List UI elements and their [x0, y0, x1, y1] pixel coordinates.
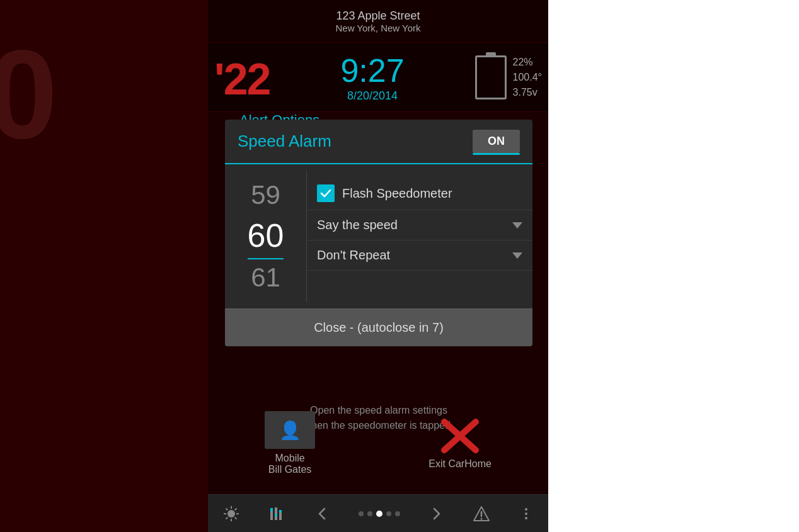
battery-percent: 22%: [513, 55, 542, 70]
time-display: 9:27 8/20/2014: [340, 52, 404, 103]
speed-display: '22: [214, 52, 270, 103]
battery-icon: [475, 55, 507, 99]
warning-icon[interactable]: [473, 505, 490, 523]
contact-name: MobileBill Gates: [268, 453, 311, 475]
contact-photo: 👤: [265, 411, 315, 449]
speed-value: 22: [224, 55, 270, 104]
battery-section: 22% 100.4° 3.75v: [475, 55, 542, 100]
dont-repeat-row[interactable]: Don't Repeat: [307, 241, 532, 271]
nav-dot-4: [386, 511, 391, 516]
battery-stats: 22% 100.4° 3.75v: [513, 55, 542, 100]
exit-label: Exit CarHome: [428, 458, 491, 470]
close-button[interactable]: Close - (autoclose in 7): [225, 308, 532, 346]
speed-tens: ': [214, 55, 224, 104]
svg-rect-14: [275, 514, 277, 516]
time-date: 8/20/2014: [347, 89, 398, 103]
say-the-speed-label: Say the speed: [317, 218, 506, 232]
speed-scroll-area: 59 60 61 Flash Speedometer Say the speed: [225, 164, 532, 308]
nav-dot-1: [359, 511, 364, 516]
svg-line-9: [234, 508, 236, 510]
nav-dot-5: [395, 511, 400, 516]
address-bar: 123 Apple Street New York, New York: [208, 0, 548, 43]
say-the-speed-arrow-icon: [512, 222, 522, 229]
svg-rect-16: [279, 510, 282, 512]
svg-rect-11: [270, 510, 273, 520]
svg-rect-17: [270, 508, 273, 509]
time-big: 9:27: [340, 52, 404, 89]
exit-item[interactable]: Exit CarHome: [428, 417, 491, 470]
battery-temp: 100.4°: [513, 70, 542, 85]
more-options-icon[interactable]: [519, 506, 534, 521]
svg-line-8: [234, 517, 236, 519]
contact-item[interactable]: 👤 MobileBill Gates: [265, 411, 315, 475]
bg-number: 0: [0, 31, 57, 157]
speed-below: 61: [251, 259, 280, 296]
dialog-header: Speed Alarm ON: [225, 120, 532, 164]
bottom-icons: 👤 MobileBill Gates Exit CarHome: [208, 411, 548, 475]
battery-voltage: 3.75v: [513, 85, 542, 100]
nav-dot-2: [367, 511, 372, 516]
brightness-icon[interactable]: [222, 505, 240, 523]
speed-numbers-column: 59 60 61: [225, 171, 307, 302]
svg-point-21: [525, 508, 527, 511]
speed-alarm-dialog: Speed Alarm ON 59 60 61 Flash Speedomete…: [225, 120, 532, 346]
options-panel: Flash Speedometer Say the speed Don't Re…: [307, 171, 532, 302]
address-street: 123 Apple Street: [336, 9, 420, 23]
right-panel: [548, 0, 799, 532]
svg-line-7: [226, 508, 227, 510]
dont-repeat-arrow-icon: [512, 252, 522, 259]
say-the-speed-row[interactable]: Say the speed: [307, 210, 532, 241]
svg-point-20: [480, 518, 482, 519]
svg-point-2: [227, 510, 235, 518]
flash-speedometer-label: Flash Speedometer: [342, 186, 452, 201]
forward-arrow-icon[interactable]: [428, 506, 444, 521]
dont-repeat-label: Don't Repeat: [317, 248, 506, 263]
toggle-on-button[interactable]: ON: [473, 130, 520, 153]
left-panel: 0: [0, 0, 208, 532]
back-arrow-icon[interactable]: [315, 506, 330, 521]
nav-dot-3: [376, 511, 382, 517]
exit-x-icon: [435, 417, 485, 455]
nav-bar: [208, 494, 548, 532]
flash-speedometer-checkbox[interactable]: [317, 184, 335, 202]
equalizer-icon[interactable]: [268, 505, 286, 523]
status-bar: '22 9:27 8/20/2014 22% 100.4° 3.75v: [208, 43, 548, 112]
flash-speedometer-row[interactable]: Flash Speedometer: [307, 177, 532, 210]
address-city: New York, New York: [335, 23, 420, 33]
dialog-title: Speed Alarm: [238, 132, 331, 151]
speed-active: 60: [248, 213, 284, 259]
svg-line-10: [226, 517, 227, 519]
speed-above: 59: [251, 177, 280, 213]
svg-rect-15: [279, 511, 282, 520]
svg-point-23: [525, 517, 527, 519]
svg-point-22: [525, 512, 527, 515]
nav-dots: [359, 511, 400, 517]
